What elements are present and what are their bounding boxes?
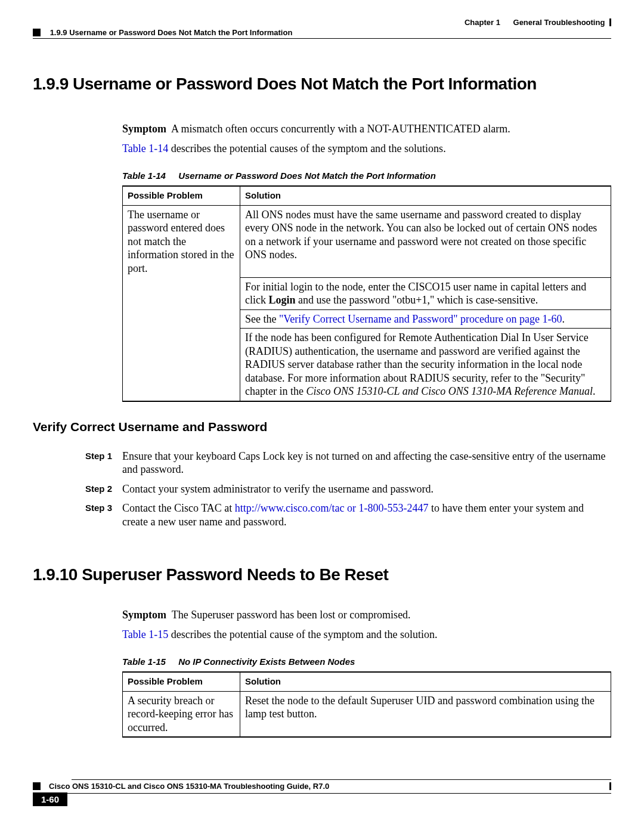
step-1: Step 1 Ensure that your keyboard Caps Lo… — [85, 450, 611, 476]
section-199-heading: 1.9.9 Username or Password Does Not Matc… — [33, 75, 611, 94]
page-number: 1-60 — [33, 792, 67, 806]
verify-proc-link[interactable]: "Verify Correct Username and Password" p… — [279, 313, 562, 325]
td-sol4-199: If the node has been configured for Remo… — [240, 329, 611, 401]
footer-box-icon — [33, 782, 41, 790]
page-footer: Cisco ONS 15310-CL and Cisco ONS 15310-M… — [33, 779, 611, 806]
footer-doc-title: Cisco ONS 15310-CL and Cisco ONS 15310-M… — [49, 782, 609, 791]
td-sol-1910: Reset the node to the default Superuser … — [240, 691, 611, 737]
section-1910-heading: 1.9.10 Superuser Password Needs to Be Re… — [33, 565, 611, 584]
td-sol2-199: For initial login to the node, enter the… — [240, 277, 611, 309]
table-ref-link[interactable]: Table 1-14 — [122, 143, 168, 154]
symptom-199: Symptom A mismatch often occurs concurre… — [122, 122, 611, 136]
table-caption-114: Table 1-14 Username or Password Does Not… — [122, 171, 611, 182]
header-rule-mark — [609, 18, 611, 26]
td-problem-1910: A security breach or record-keeping erro… — [123, 691, 240, 737]
table-115: Possible Problem Solution A security bre… — [122, 671, 611, 738]
th-problem-115: Possible Problem — [123, 672, 240, 691]
table-ref-link-115[interactable]: Table 1-15 — [122, 628, 168, 640]
verify-steps: Step 1 Ensure that your keyboard Caps Lo… — [85, 450, 611, 529]
td-sol1-199: All ONS nodes must have the same usernam… — [240, 205, 611, 277]
table-intro-1910: Table 1-15 describes the potential cause… — [122, 628, 611, 642]
verify-heading: Verify Correct Username and Password — [33, 420, 611, 434]
footer-bar-icon — [609, 782, 611, 790]
td-problem-199: The username or password entered does no… — [123, 205, 240, 277]
symptom-1910: Symptom The Superuser password has been … — [122, 608, 611, 622]
table-114: Possible Problem Solution The username o… — [122, 185, 611, 402]
th-solution: Solution — [240, 186, 611, 205]
step-3: Step 3 Contact the Cisco TAC at http://w… — [85, 501, 611, 528]
table-intro-199: Table 1-14 describes the potential cause… — [122, 142, 611, 156]
th-solution-115: Solution — [240, 672, 611, 691]
running-header: 1.9.9 Username or Password Does Not Matc… — [33, 28, 292, 37]
header-chapter: Chapter 1 General Troubleshooting — [465, 18, 611, 27]
table-caption-115: Table 1-15 No IP Connectivity Exists Bet… — [122, 657, 611, 668]
header-box-icon — [33, 29, 41, 36]
td-sol3-199: See the "Verify Correct Username and Pas… — [240, 309, 611, 329]
step-2: Step 2 Contact your system administrator… — [85, 482, 611, 496]
th-problem: Possible Problem — [123, 186, 240, 205]
cisco-tac-link[interactable]: http://www.cisco.com/tac or 1-800-553-24… — [235, 502, 429, 514]
